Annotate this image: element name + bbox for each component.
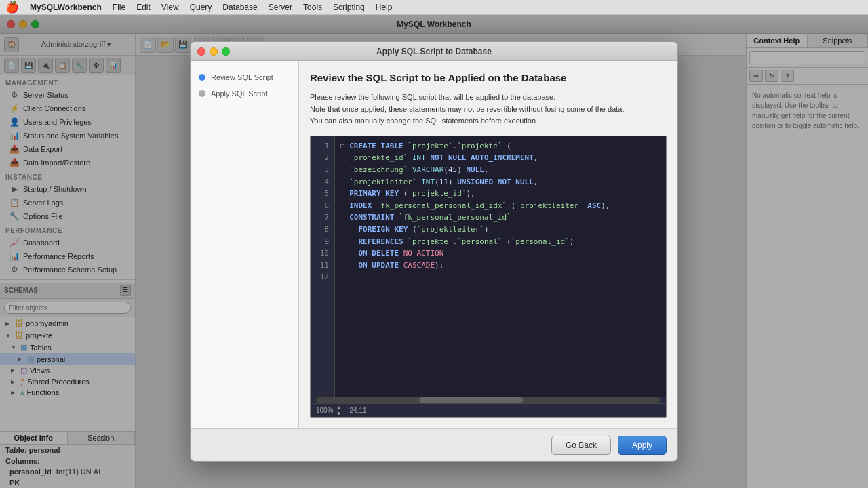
menu-help[interactable]: Help — [376, 3, 393, 12]
modal-traffic-lights — [197, 47, 230, 56]
modal-title-bar: Apply SQL Script to Database — [191, 42, 677, 61]
modal-footer: Go Back Apply — [191, 428, 677, 461]
menu-bar: 🍎 MySQLWorkbench File Edit View Query Da… — [0, 0, 868, 15]
code-content: 1 2 3 4 5 6 7 8 9 10 11 12 — [311, 136, 666, 396]
menu-view[interactable]: View — [161, 3, 179, 12]
modal-desc-2: Note that once applied, these statements… — [310, 105, 625, 113]
line-numbers: 1 2 3 4 5 6 7 8 9 10 11 12 — [311, 136, 335, 396]
apple-menu[interactable]: 🍎 — [5, 1, 19, 14]
modal-body: Review SQL Script Apply SQL Script Revie… — [191, 61, 677, 428]
menu-query[interactable]: Query — [190, 3, 212, 12]
wizard-step-apply[interactable]: Apply SQL Script — [191, 85, 298, 102]
zoom-arrows[interactable]: ▲ ▼ — [336, 405, 342, 417]
menu-scripting[interactable]: Scripting — [333, 3, 365, 12]
modal-minimize-button[interactable] — [210, 47, 218, 56]
wizard-step-review[interactable]: Review SQL Script — [191, 69, 298, 85]
modal-main-content: Review the SQL Script to be Applied on t… — [299, 61, 677, 428]
menu-edit[interactable]: Edit — [136, 3, 151, 12]
modal-description: Please review the following SQL script t… — [310, 92, 667, 127]
step-dot-apply — [199, 90, 205, 97]
zoom-value: 100% — [316, 407, 334, 414]
apply-button[interactable]: Apply — [618, 436, 667, 455]
menu-file[interactable]: File — [113, 3, 125, 12]
modal-main-title: Review the SQL Script to be Applied on t… — [310, 72, 667, 83]
zoom-control[interactable]: 100% ▲ ▼ — [316, 405, 342, 417]
step-dot-review — [199, 74, 205, 81]
menu-database[interactable]: Database — [222, 3, 257, 12]
apply-sql-modal: Apply SQL Script to Database Review SQL … — [190, 41, 678, 462]
modal-close-button[interactable] — [197, 47, 205, 56]
app-name: MySQLWorkbench — [30, 3, 102, 12]
modal-maximize-button[interactable] — [222, 47, 230, 56]
modal-overlay: Apply SQL Script to Database Review SQL … — [0, 15, 868, 488]
modal-title: Apply SQL Script to Database — [376, 47, 492, 56]
horizontal-scrollbar[interactable] — [316, 397, 660, 403]
modal-desc-1: Please review the following SQL script t… — [310, 93, 555, 101]
wizard-step-review-label: Review SQL Script — [211, 73, 273, 81]
sql-code-editor[interactable]: 1 2 3 4 5 6 7 8 9 10 11 12 — [310, 136, 667, 418]
wizard-step-apply-label: Apply SQL Script — [211, 89, 267, 98]
go-back-button[interactable]: Go Back — [551, 436, 611, 455]
code-statusbar: 100% ▲ ▼ 24:11 — [311, 403, 666, 417]
menu-tools[interactable]: Tools — [303, 3, 322, 12]
code-text[interactable]: ⊟ CREATE TABLE `projekte`.`projekte` ( `… — [335, 136, 666, 396]
cursor-position: 24:11 — [350, 407, 367, 414]
wizard-sidebar: Review SQL Script Apply SQL Script — [191, 61, 299, 428]
modal-desc-3: You can also manually change the SQL sta… — [310, 117, 538, 125]
menu-server[interactable]: Server — [269, 3, 292, 12]
scrollbar-thumb — [419, 397, 522, 403]
